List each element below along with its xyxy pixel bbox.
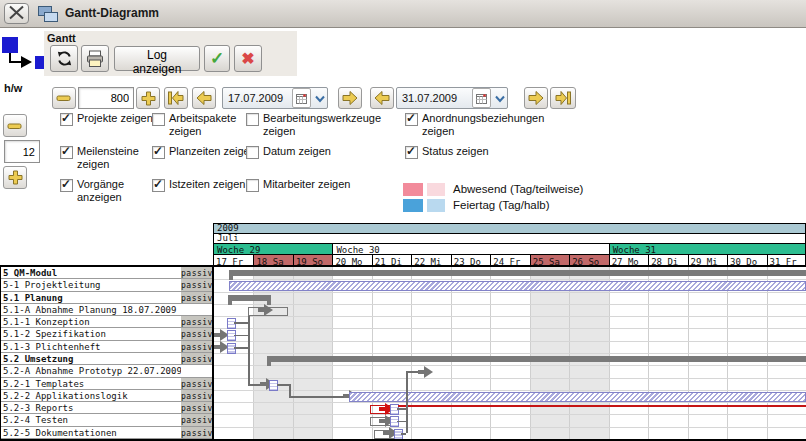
checkbox[interactable] <box>246 113 259 126</box>
task-status: passiv <box>181 402 212 413</box>
task-row-5-2-1-templates[interactable]: 5.2-1 Templatespassiv <box>1 378 212 390</box>
option-label: Arbeitspakete zeigen <box>169 112 257 138</box>
option-projekte-zeigen[interactable]: Projekte zeigen <box>60 112 157 126</box>
checkbox[interactable] <box>152 113 165 126</box>
legend-label: Abwesend (Tag/teilweise) <box>451 183 583 195</box>
checkbox[interactable] <box>405 113 418 126</box>
summary-bar[interactable] <box>228 295 271 301</box>
day-header-21-di: 21 Di <box>372 255 411 267</box>
grid-line-horizontal <box>214 390 806 391</box>
printer-icon <box>85 50 105 68</box>
jump-to-end-button[interactable] <box>550 87 576 109</box>
jump-to-start-button[interactable] <box>164 87 188 109</box>
cancel-button[interactable]: ✖ <box>234 45 262 72</box>
checkbox[interactable] <box>405 146 418 159</box>
option-bearbeitungswerkzeuge-zeigen[interactable]: Bearbeitungswerkzeuge zeigen <box>246 112 401 138</box>
task-row-5-qm-modul[interactable]: 5 QM-Modulpassiv <box>1 267 212 279</box>
task-row-5-1-planung[interactable]: 5.1 Planungpassiv <box>1 292 212 304</box>
window-titlebar: Gantt-Diagramm <box>0 0 806 28</box>
date-from-next-button[interactable] <box>338 87 362 109</box>
option-vorgange-anzeigen[interactable]: Vorgänge anzeigen <box>60 178 157 204</box>
dependency-line <box>397 421 406 423</box>
row-height-increase-button[interactable] <box>3 166 27 189</box>
task-name: 5.2-4 Testen <box>1 414 184 425</box>
checkbox[interactable] <box>152 179 165 192</box>
task-row-5-2-2-applikationslogik[interactable]: 5.2-2 Applikationslogikpassiv <box>1 390 212 402</box>
date-to-field[interactable]: 31.07.2009 <box>396 87 508 109</box>
refresh-icon <box>55 49 74 68</box>
milestone-arrow-icon[interactable] <box>258 304 273 316</box>
arrow-left-icon <box>373 90 391 106</box>
task-status: passiv <box>181 353 212 364</box>
option-mitarbeiter-zeigen[interactable]: Mitarbeiter zeigen <box>246 178 401 192</box>
week-header-woche-29: Woche 29 <box>214 244 332 254</box>
row-height-decrease-button[interactable] <box>3 114 27 137</box>
legend-swatch-full <box>403 183 423 196</box>
grid-line-horizontal <box>214 365 806 366</box>
dependency-line <box>406 371 418 373</box>
checkbox[interactable] <box>60 179 73 192</box>
task-row-5-1-a-abnahme-planung-18-07-2009[interactable]: 5.1-A Abnahme Planung 18.07.2009 <box>1 304 212 316</box>
checkbox[interactable] <box>246 179 259 192</box>
row-height-input[interactable] <box>4 140 40 163</box>
task-row-5-2-3-reports[interactable]: 5.2-3 Reportspassiv <box>1 402 212 414</box>
toolbar-label: Gantt <box>47 32 76 44</box>
confirm-button[interactable]: ✓ <box>204 45 230 72</box>
task-row-5-1-2-spezifikation[interactable]: 5.1-2 Spezifikationpassiv <box>1 328 212 340</box>
refresh-button[interactable] <box>50 45 78 72</box>
date-to-dropdown[interactable] <box>492 89 507 107</box>
day-header-31-fr: 31 Fr <box>767 255 805 267</box>
option-istzeiten-zeigen[interactable]: Istzeiten zeigen <box>152 178 257 192</box>
task-row-5-2-umsetzung[interactable]: 5.2 Umsetzungpassiv <box>1 353 212 365</box>
task-name: 5.1-3 Plichtenheft <box>1 341 184 352</box>
task-name: 5.1 Planung <box>1 292 184 303</box>
option-status-zeigen[interactable]: Status zeigen <box>405 145 572 159</box>
task-row-5-1-projektleitung[interactable]: 5-1 Projektleitungpassiv <box>1 279 212 291</box>
chart-width-input[interactable] <box>78 87 134 109</box>
red-x-icon: ✖ <box>241 51 254 67</box>
date-from-field[interactable]: 17.07.2009 <box>222 87 328 109</box>
task-row-5-2-5-dokumentationen[interactable]: 5.2-5 Dokumentationenpassiv <box>1 427 212 439</box>
width-decrease-button[interactable] <box>52 87 76 109</box>
task-row-5-2-4-testen[interactable]: 5.2-4 Testenpassiv <box>1 414 212 426</box>
dependency-line <box>401 433 406 435</box>
checkbox[interactable] <box>60 113 73 126</box>
checkbox[interactable] <box>152 146 165 159</box>
option-datum-zeigen[interactable]: Datum zeigen <box>246 145 401 159</box>
task-name: 5.2 Umsetzung <box>1 353 184 364</box>
task-status: passiv <box>181 378 212 389</box>
task-row-5-2-a-abnahme-prototyp-22-07-2009[interactable]: 5.2-A Abnahme Prototyp 22.07.2009 <box>1 365 212 377</box>
task-row-5-1-1-konzeption[interactable]: 5.1-1 Konzeptionpassiv <box>1 316 212 328</box>
width-increase-button[interactable] <box>136 87 160 109</box>
option-meilensteine-zeigen[interactable]: Meilensteine zeigen <box>60 145 157 171</box>
checkbox[interactable] <box>60 146 73 159</box>
log-button[interactable]: Log anzeigen <box>114 46 200 71</box>
grid-line-horizontal <box>214 402 806 403</box>
calendar-picker-button[interactable] <box>292 88 311 108</box>
print-button[interactable] <box>81 45 109 72</box>
planned-bar[interactable] <box>229 281 806 291</box>
legend-row: Abwesend (Tag/teilweise) <box>403 182 583 196</box>
calendar-picker-button[interactable] <box>472 88 491 108</box>
close-button[interactable] <box>4 3 29 24</box>
checkbox[interactable] <box>246 146 259 159</box>
task-row-5-1-3-plichtenheft[interactable]: 5.1-3 Plichtenheftpassiv <box>1 341 212 353</box>
option-planzeiten-zeigen[interactable]: Planzeiten zeigen <box>152 145 257 159</box>
milestone-arrow-icon[interactable] <box>418 366 433 378</box>
milestone-box[interactable] <box>227 318 236 329</box>
date-to-prev-button[interactable] <box>370 87 394 109</box>
day-header-17-fr: 17 Fr <box>214 255 253 267</box>
date-from-prev-button[interactable] <box>192 87 216 109</box>
date-from-dropdown[interactable] <box>312 89 327 107</box>
planned-bar[interactable] <box>349 392 806 402</box>
task-status: passiv <box>181 390 212 401</box>
option-arbeitspakete-zeigen[interactable]: Arbeitspakete zeigen <box>152 112 257 138</box>
bar-hook <box>267 356 271 366</box>
option-anordnungsbeziehungen-zeigen[interactable]: Anordnungsbeziehungen zeigen <box>405 112 572 138</box>
date-to-next-button[interactable] <box>524 87 548 109</box>
day-header-26-so: 26 So <box>569 255 608 267</box>
task-name: 5.1-1 Konzeption <box>1 316 184 327</box>
summary-bar[interactable] <box>229 270 806 276</box>
summary-bar[interactable] <box>267 356 806 362</box>
dependency-line <box>248 384 260 386</box>
